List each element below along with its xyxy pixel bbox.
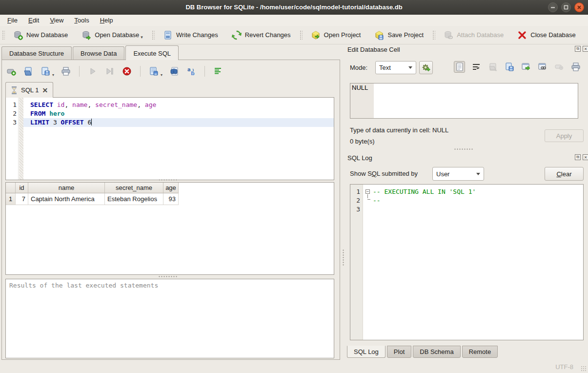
- save-sql-dropdown-icon[interactable]: ▾: [52, 73, 54, 77]
- attach-database-button: Attach Database: [439, 28, 508, 42]
- auto-switch-mode-button[interactable]: [419, 61, 433, 74]
- new-database-button[interactable]: New Database: [8, 28, 73, 42]
- save-project-icon: [374, 30, 384, 40]
- link-icon[interactable]: [537, 61, 548, 73]
- results-message-text: Results of the last executed statements: [9, 282, 158, 289]
- close-database-button[interactable]: Close Database: [512, 28, 581, 42]
- print-icon[interactable]: [61, 66, 71, 77]
- tab-plot[interactable]: Plot: [387, 346, 411, 358]
- row-header[interactable]: 1: [6, 193, 16, 205]
- sql-editor-tab[interactable]: SQL 1 ✕: [5, 82, 53, 98]
- menu-edit[interactable]: Edit: [23, 16, 44, 25]
- cell-value-editor[interactable]: NULL: [350, 83, 578, 119]
- cell-size-text: 0 byte(s): [350, 138, 375, 145]
- open-database-button[interactable]: Open Database ▾: [77, 28, 148, 42]
- save-sql-file-icon[interactable]: [40, 66, 51, 77]
- results-table[interactable]: id name secret_name age 1 7 Captain Nort…: [5, 182, 334, 275]
- cell-value: NULL: [352, 84, 368, 91]
- open-database-dropdown-icon[interactable]: ▾: [141, 35, 143, 40]
- close-sql-tab-icon[interactable]: ✕: [42, 86, 48, 94]
- save-results-icon[interactable]: [148, 66, 159, 77]
- edit-cell-dock-buttons: ⧉ ✕: [575, 46, 588, 52]
- text-mode-icon[interactable]: [454, 61, 465, 73]
- results-message-splitter[interactable]: [158, 275, 178, 278]
- dock-splitter[interactable]: [342, 249, 345, 266]
- cell-age[interactable]: 93: [163, 193, 179, 205]
- save-results-dropdown-icon[interactable]: ▾: [161, 73, 162, 77]
- tab-database-structure[interactable]: Database Structure: [1, 46, 72, 60]
- write-changes-icon: [163, 30, 173, 40]
- line-number: 2: [350, 196, 360, 205]
- corner-header: [6, 183, 16, 193]
- tab-db-schema[interactable]: DB Schema: [413, 346, 460, 358]
- line-number: 2: [6, 109, 17, 118]
- menu-help[interactable]: Help: [95, 16, 119, 25]
- float-dock-icon[interactable]: ⧉: [575, 46, 581, 52]
- new-sql-tab-icon[interactable]: [6, 66, 17, 77]
- toolbar-handle[interactable]: [432, 30, 435, 41]
- replace-icon[interactable]: ab: [186, 66, 197, 77]
- dock-hsplitter[interactable]: [454, 148, 473, 150]
- log-filter-value: User: [433, 170, 473, 178]
- execute-all-icon: [87, 66, 98, 77]
- apply-button: Apply: [545, 129, 584, 142]
- attach-database-icon: [444, 30, 453, 40]
- line-number: 3: [6, 118, 17, 127]
- save-project-button[interactable]: Save Project: [369, 28, 428, 42]
- main-tab-bar: Database Structure Browse Data Execute S…: [1, 45, 180, 60]
- resize-grip[interactable]: [581, 366, 587, 372]
- close-icon[interactable]: [574, 2, 584, 12]
- tab-remote[interactable]: Remote: [462, 346, 498, 358]
- stop-icon[interactable]: [122, 66, 132, 77]
- encoding-indicator[interactable]: UTF-8: [555, 363, 573, 371]
- column-header-id[interactable]: id: [16, 183, 28, 193]
- toolbar-handle[interactable]: [151, 30, 155, 41]
- column-header-age[interactable]: age: [163, 183, 179, 193]
- maximize-icon[interactable]: [561, 2, 571, 12]
- cell-secret-name[interactable]: Esteban Rogelios: [105, 193, 163, 205]
- toolbar-separator: [79, 66, 80, 77]
- close-dock-icon[interactable]: ✕: [583, 154, 588, 160]
- open-project-icon: [311, 30, 321, 40]
- set-null-icon: [554, 61, 565, 73]
- sql-log-view[interactable]: 1 2 3 − -- EXECUTING ALL IN 'SQL 1' --: [350, 184, 584, 340]
- save-as-icon[interactable]: [504, 61, 515, 73]
- format-sql-icon[interactable]: [213, 66, 223, 77]
- print-cell-icon[interactable]: [570, 61, 582, 73]
- float-dock-icon[interactable]: ⧉: [575, 154, 581, 160]
- toolbar-handle[interactable]: [299, 30, 303, 41]
- menu-file[interactable]: File: [2, 16, 23, 25]
- sql-editor[interactable]: 1 2 3 SELECT id, name, secret_name, age …: [5, 97, 334, 180]
- minimize-icon[interactable]: [548, 2, 558, 12]
- mode-combobox[interactable]: Text: [375, 61, 416, 74]
- tab-execute-sql[interactable]: Execute SQL: [125, 45, 179, 60]
- editor-results-splitter[interactable]: [158, 179, 178, 181]
- db-browser-window: DB Browser for SQLite - /home/user/code/…: [0, 0, 588, 373]
- tab-sql-log[interactable]: SQL Log: [347, 346, 385, 358]
- execute-current-line-icon: [104, 66, 115, 77]
- toolbar-handle[interactable]: [1, 30, 5, 41]
- sql-tab-label: SQL 1: [21, 86, 39, 94]
- menu-tools[interactable]: Tools: [69, 16, 94, 25]
- svg-text:a: a: [187, 67, 191, 72]
- find-icon[interactable]: [169, 66, 180, 77]
- tab-browse-data[interactable]: Browse Data: [73, 46, 124, 60]
- word-wrap-icon[interactable]: [470, 61, 482, 73]
- column-header-secret-name[interactable]: secret_name: [105, 183, 163, 193]
- export-icon[interactable]: [521, 61, 532, 73]
- revert-changes-button[interactable]: Revert Changes: [227, 28, 296, 42]
- cell-name[interactable]: Captain North America: [28, 193, 105, 205]
- database-new-icon: [13, 30, 23, 40]
- log-filter-combobox[interactable]: User: [432, 167, 484, 181]
- open-project-button[interactable]: Open Project: [306, 28, 366, 42]
- statusbar: UTF-8: [0, 360, 588, 373]
- sql-line-3: LIMIT 3 OFFSET 6: [23, 118, 334, 127]
- svg-text:b: b: [191, 70, 195, 76]
- open-sql-file-icon[interactable]: [23, 66, 34, 77]
- cell-id[interactable]: 7: [16, 193, 28, 205]
- write-changes-button[interactable]: Write Changes: [158, 28, 223, 42]
- column-header-name[interactable]: name: [28, 183, 105, 193]
- menu-view[interactable]: View: [44, 16, 69, 25]
- close-dock-icon[interactable]: ✕: [583, 46, 588, 52]
- clear-log-button[interactable]: Clear: [545, 167, 584, 181]
